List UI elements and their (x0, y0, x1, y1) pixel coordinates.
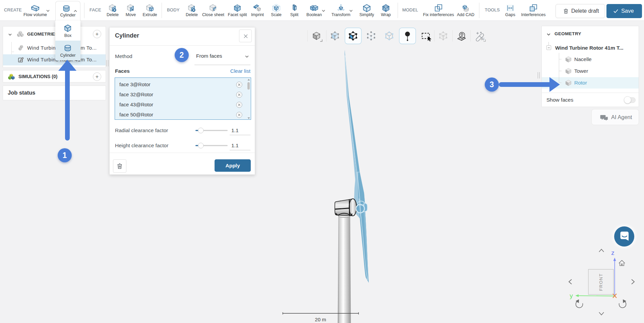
svg-text:AI: AI (481, 37, 484, 41)
svg-text:20 m: 20 m (315, 317, 326, 322)
svg-text:FRONT: FRONT (598, 273, 603, 291)
svg-text:z: z (611, 249, 614, 256)
svg-text:y: y (570, 292, 573, 299)
